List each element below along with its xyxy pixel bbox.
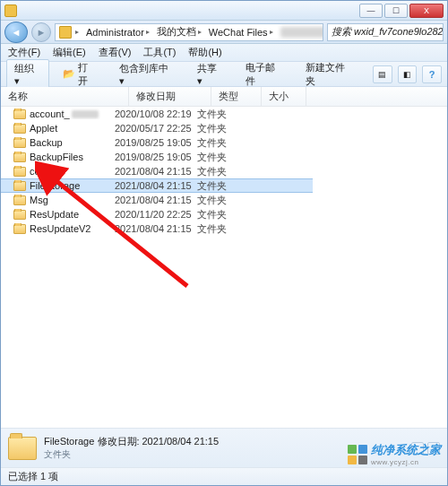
arrow-left-icon: ◄ [12,27,22,38]
file-row[interactable]: ResUpdate2020/11/20 22:25文件夹 [1,207,447,221]
file-date: 2019/08/25 19:05 [115,137,197,148]
file-date: 2021/08/04 21:15 [115,166,197,177]
breadcrumb[interactable]: ▸ Administrator▸ 我的文档▸ WeChat Files▸ ▸ [55,23,323,41]
breadcrumb-item[interactable]: WeChat Files [209,27,268,38]
col-name[interactable]: 名称 [1,87,129,106]
folder-icon [13,109,26,119]
search-placeholder: 搜索 wxid_fv7cone9lo2821 [332,25,444,39]
file-name: ResUpdateV2 [30,223,91,234]
folder-icon [4,4,17,17]
file-name: Backup [30,137,63,148]
file-type: 文件夹 [197,165,247,178]
menu-tools[interactable]: 工具(T) [143,46,176,59]
view-options-button[interactable]: ▤ [373,65,392,83]
minimize-button[interactable]: — [359,4,383,18]
file-row[interactable]: account_2020/10/08 22:19文件夹 [1,107,447,121]
redacted-text [72,110,99,118]
open-button[interactable]: 📂打开 [55,58,105,91]
window-controls: — ☐ X [359,4,444,18]
file-type: 文件夹 [197,151,247,164]
file-type: 文件夹 [197,194,247,207]
column-headers: 名称 修改日期 类型 大小 [1,87,447,107]
pane-icon: ◧ [403,70,411,79]
view-icon: ▤ [378,70,386,79]
help-icon: ? [429,69,435,80]
close-button[interactable]: X [409,4,444,18]
file-name: BackupFiles [30,152,83,162]
email-button[interactable]: 电子邮件 [237,58,292,91]
file-name: account_ [30,108,70,119]
file-name: ResUpdate [30,209,79,220]
folder-icon [13,224,26,234]
status-text: 已选择 1 项 [8,470,58,483]
watermark: 纯净系统之家 www.ycyzj.cn [348,442,441,466]
arrow-right-icon: ► [37,27,47,38]
file-row[interactable]: BackupFiles2019/08/25 19:05文件夹 [1,150,447,164]
file-type: 文件夹 [197,222,247,236]
toolbar: 组织 ▾ 📂打开 包含到库中 ▾ 共享 ▾ 电子邮件 新建文件夹 ▤ ◧ ? [1,62,447,87]
file-row[interactable]: ResUpdateV22021/08/04 21:15文件夹 [1,221,447,236]
open-icon: 📂 [63,68,75,80]
watermark-brand: 纯净系统之家 [371,442,441,458]
file-type: 文件夹 [197,208,247,221]
file-name: config [30,166,56,177]
folder-icon [13,152,26,162]
share-button[interactable]: 共享 ▾ [189,59,232,90]
folder-icon [8,437,37,460]
breadcrumb-item[interactable]: Administrator [86,27,144,38]
file-name: Applet [30,123,57,134]
file-type: 文件夹 [197,108,247,121]
menu-help[interactable]: 帮助(H) [188,46,221,59]
details-name: FileStorage [44,436,94,447]
forward-button[interactable]: ► [31,22,51,42]
file-type: 文件夹 [197,136,247,150]
file-date: 2020/05/17 22:25 [115,123,197,134]
status-bar: 已选择 1 项 [1,467,447,485]
include-library-button[interactable]: 包含到库中 ▾ [111,59,184,90]
file-row[interactable]: FileStorage2021/08/04 21:15文件夹 [1,178,313,193]
file-type: 文件夹 [197,179,247,193]
folder-icon [13,181,26,191]
file-date: 2019/08/25 19:05 [115,152,197,162]
col-size[interactable]: 大小 [262,87,306,106]
breadcrumb-item[interactable]: 我的文档 [157,25,196,39]
file-date: 2021/08/04 21:15 [115,195,197,205]
file-row[interactable]: Msg2021/08/04 21:15文件夹 [1,193,447,207]
menu-edit[interactable]: 编辑(E) [53,46,86,59]
watermark-url: www.ycyzj.cn [371,458,441,466]
file-type: 文件夹 [197,122,247,135]
file-row[interactable]: Applet2020/05/17 22:25文件夹 [1,121,447,135]
file-list[interactable]: account_2020/10/08 22:19文件夹Applet2020/05… [1,107,447,428]
file-date: 2021/08/04 21:15 [115,223,197,234]
file-name: Msg [30,195,48,205]
menu-file[interactable]: 文件(F) [8,46,40,59]
file-row[interactable]: config2021/08/04 21:15文件夹 [1,164,447,178]
file-row[interactable]: Backup2019/08/25 19:05文件夹 [1,135,447,150]
folder-icon [13,167,26,177]
file-date: 2020/11/20 22:25 [115,209,197,220]
explorer-window: — ☐ X ◄ ► ▸ Administrator▸ 我的文档▸ WeChat … [0,0,448,486]
preview-pane-button[interactable]: ◧ [398,65,418,83]
help-button[interactable]: ? [422,65,442,83]
folder-icon [13,210,26,220]
col-date[interactable]: 修改日期 [129,87,211,106]
back-button[interactable]: ◄ [4,22,28,43]
menu-view[interactable]: 查看(V) [99,46,132,59]
details-type: 文件夹 [44,448,219,461]
address-bar: ◄ ► ▸ Administrator▸ 我的文档▸ WeChat Files▸… [1,21,447,44]
folder-icon [13,195,26,205]
titlebar[interactable]: — ☐ X [1,1,447,21]
watermark-logo-icon [348,445,367,464]
maximize-button[interactable]: ☐ [384,4,408,18]
file-date: 2021/08/04 21:15 [115,180,197,191]
organize-button[interactable]: 组织 ▾ [6,59,49,90]
folder-icon [59,26,72,39]
file-date: 2020/10/08 22:19 [115,108,197,119]
col-type[interactable]: 类型 [211,87,262,106]
folder-icon [13,124,26,134]
breadcrumb-item-redacted[interactable] [280,27,323,38]
search-input[interactable]: 搜索 wxid_fv7cone9lo2821 [327,23,444,41]
new-folder-button[interactable]: 新建文件夹 [297,58,362,91]
folder-icon [13,138,26,148]
file-name: FileStorage [30,180,80,191]
